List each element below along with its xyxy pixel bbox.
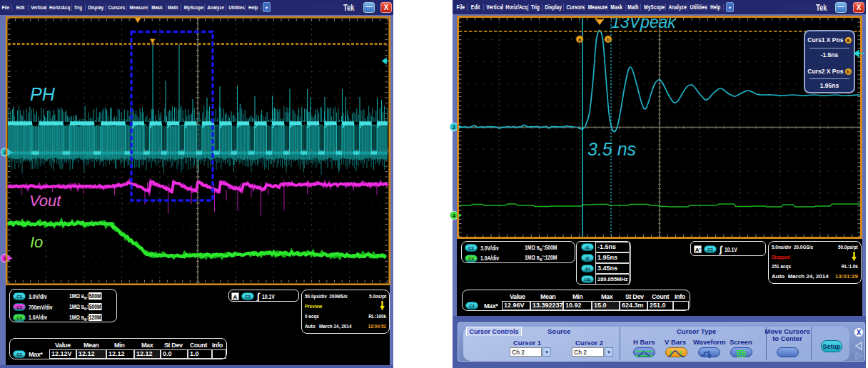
svg-text:PH: PH (30, 84, 56, 104)
svg-text:Vout: Vout (29, 192, 61, 210)
svg-text:3.5 ns: 3.5 ns (587, 139, 636, 159)
svg-text:Io: Io (30, 233, 43, 251)
svg-text:2: 2 (453, 124, 456, 131)
svg-text:13Vpeak: 13Vpeak (611, 16, 677, 31)
svg-text:4: 4 (453, 213, 456, 219)
svg-text:b: b (607, 36, 610, 43)
